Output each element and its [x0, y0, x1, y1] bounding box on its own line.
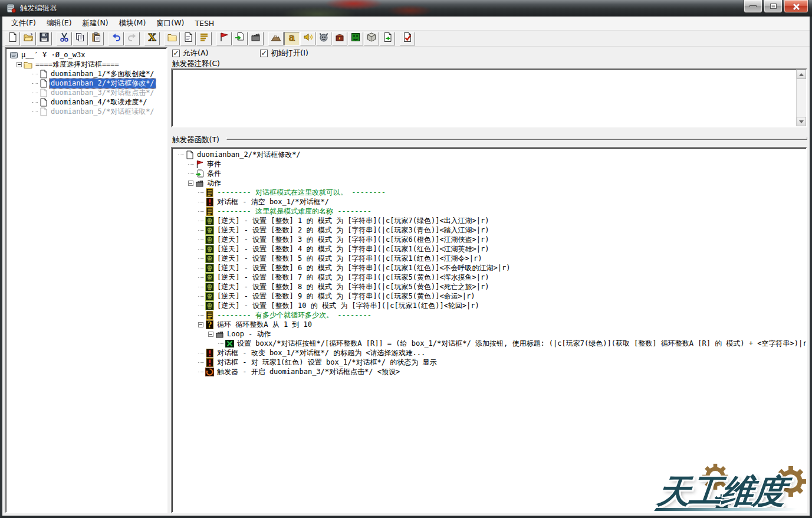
toolbar-new-action-button[interactable] — [248, 32, 264, 45]
menu-item-5[interactable]: 窗口(W) — [151, 17, 189, 30]
menu-item-4[interactable]: 模块(M) — [114, 17, 152, 30]
menu-item-6[interactable]: TESH — [189, 17, 219, 29]
sidebar-trigger-item[interactable]: duomianban_2/*对话框修改*/ — [8, 78, 166, 88]
function-tree-panel[interactable]: duomianban_2/*对话框修改*/事件条件动作-------- 对话框模… — [171, 147, 807, 513]
function-row[interactable]: [逆天] - 设置 [整数] 7 的 模式 为 [字符串](|c[玩家5(黄色)… — [176, 273, 806, 282]
toolbar-delete-x-button[interactable]: X — [144, 32, 160, 45]
collapse-expander-icon[interactable] — [208, 332, 213, 337]
maximize-button[interactable] — [764, 0, 783, 13]
toolbar-import-manager-button[interactable] — [380, 32, 395, 45]
function-row[interactable]: -------- 有多少个就循环多少次。 -------- — [176, 310, 806, 320]
comment-input[interactable] — [172, 70, 796, 126]
enabled-checkbox[interactable]: ✓ 允许(A) — [172, 48, 208, 58]
toolbar-campaign-editor-button[interactable] — [332, 32, 347, 45]
checkbox-check-icon: ✓ — [260, 50, 268, 57]
function-row[interactable]: [逆天] - 设置 [整数] 9 的 模式 为 [字符串](|c[玩家5(黄色)… — [176, 291, 806, 301]
function-row[interactable]: Loop - 动作 — [176, 329, 806, 339]
toolbar-terrain-editor-button[interactable] — [268, 32, 284, 45]
sidebar-trigger-item-label: duomianban_4/*取读难度*/ — [50, 97, 149, 107]
scroll-up-button[interactable] — [797, 70, 806, 79]
function-row[interactable]: [逆天] - 设置 [整数] 1 的 模式 为 [字符串](|c[玩家7(绿色)… — [176, 216, 806, 225]
function-row[interactable]: -------- 这里就是模式难度的名称 -------- — [176, 206, 806, 216]
function-row[interactable]: [逆天] - 设置 [整数] 2 的 模式 为 [字符串](|c[玩家3(青色)… — [176, 225, 806, 235]
set-variable-icon — [225, 339, 234, 348]
menu-item-1[interactable]: 文件(F) — [6, 17, 41, 30]
toolbar-save-button[interactable] — [37, 32, 52, 45]
toolbar-new-document-button[interactable] — [5, 32, 20, 45]
function-row[interactable]: 动作 — [176, 178, 806, 188]
initially-on-checkbox[interactable]: ✓ 初始打开(I) — [260, 48, 308, 58]
trigger-tree-panel[interactable]: μ__′ ¥ ·Ø_o_w3x====难度选择对话框====duomianban… — [5, 47, 167, 513]
toolbar-undo-button[interactable] — [109, 32, 124, 45]
tree-category[interactable]: ====难度选择对话框==== — [8, 60, 166, 69]
function-row[interactable]: [逆天] - 设置 [整数] 3 的 模式 为 [字符串](|c[玩家6(橙色)… — [176, 235, 806, 244]
function-row[interactable]: -------- 对话框模式在这里改就可以。 -------- — [176, 188, 806, 197]
toolbar-copy-button[interactable] — [73, 32, 88, 45]
toolbar-new-category-button[interactable] — [165, 32, 180, 45]
function-row-label: Loop - 动作 — [226, 329, 272, 339]
toolbar-object-editor-button[interactable] — [316, 32, 331, 45]
toolbar-test-map-button[interactable] — [400, 32, 415, 45]
tree-connector — [198, 258, 204, 259]
tree-category-label: ====难度选择对话框==== — [34, 60, 120, 70]
menu-item-2[interactable]: 编辑(E) — [41, 17, 77, 30]
collapse-expander-icon[interactable] — [17, 62, 22, 67]
splitter-handle[interactable] — [226, 137, 807, 140]
toolbar-object-manager-button[interactable] — [364, 32, 379, 45]
function-row[interactable]: 事件 — [176, 159, 806, 169]
toolbar-cut-button[interactable] — [57, 32, 72, 45]
window-controls — [742, 0, 808, 13]
script-editor-icon: a — [287, 32, 297, 45]
tree-connector — [198, 372, 204, 372]
trigger-doc-gray-icon — [39, 107, 48, 116]
function-row[interactable]: 对话框 - 改变 box_1/*对话框*/ 的标题为 <请选择游戏难... — [176, 348, 806, 358]
toolbar-sound-editor-button[interactable] — [300, 32, 315, 45]
function-row[interactable]: [逆天] - 设置 [整数] 6 的 模式 为 [字符串](|c[玩家1(红色)… — [176, 263, 806, 273]
tree-root[interactable]: μ__′ ¥ ·Ø_o_w3x — [8, 50, 166, 60]
toolbar-script-editor-button[interactable]: a — [284, 32, 300, 45]
scrollbar-track[interactable] — [797, 79, 806, 117]
undo-icon — [111, 32, 121, 45]
function-row[interactable]: [逆天] - 设置 [整数] 10 的 模式 为 [字符串](|c[玩家1(红色… — [176, 301, 806, 310]
function-row[interactable]: 对话框 - 清空 box_1/*对话框*/ — [176, 197, 806, 206]
collapse-expander-icon[interactable] — [188, 181, 193, 186]
function-row[interactable]: 触发器 - 开启 duomianban_3/*对话框点击*/ <预设> — [176, 367, 806, 376]
function-row-label: 事件 — [206, 159, 222, 169]
function-row[interactable]: ?循环 循环整数A 从 1 到 10 — [176, 320, 806, 329]
toolbar-new-condition-button[interactable] — [232, 32, 248, 45]
function-row[interactable]: duomianban_2/*对话框修改*/ — [176, 150, 806, 159]
function-row[interactable]: 设置 boxx/*对话框按钮*/[循环整数A [R]] = (给 box_1/*… — [176, 339, 806, 348]
sidebar-trigger-item[interactable]: duomianban_3/*对话框点击*/ — [8, 88, 166, 97]
menu-item-3[interactable]: 新建(N) — [77, 17, 114, 30]
unit-icon — [205, 301, 214, 310]
comment-scrollbar[interactable] — [796, 70, 806, 126]
sidebar-trigger-item[interactable]: duomianban_5/*对话框读取*/ — [8, 107, 166, 116]
sidebar-trigger-item[interactable]: duomianban_4/*取读难度*/ — [8, 97, 166, 107]
function-row[interactable]: [逆天] - 设置 [整数] 8 的 模式 为 [字符串](|c[玩家5(黄色)… — [176, 282, 806, 291]
condition-icon — [195, 169, 204, 178]
toolbar-ai-editor-button[interactable] — [348, 32, 363, 45]
event-icon — [195, 160, 204, 169]
toolbar-new-event-button[interactable] — [216, 32, 232, 45]
collapse-expander-icon[interactable] — [198, 322, 203, 327]
sidebar-trigger-item[interactable]: duomianban_1/*多面板创建*/ — [8, 69, 166, 78]
function-row[interactable]: [逆天] - 设置 [整数] 4 的 模式 为 [字符串](|c[玩家1(红色)… — [176, 244, 806, 254]
trigger-toggle-icon — [205, 368, 214, 376]
unit-icon — [205, 226, 214, 235]
toolbar-separator — [104, 32, 109, 45]
toolbar-open-button[interactable] — [21, 32, 36, 45]
scroll-down-button[interactable] — [797, 117, 806, 126]
toolbar-paste-button[interactable] — [88, 32, 104, 45]
toolbar-new-comment-button[interactable] — [196, 32, 212, 45]
toolbar-new-trigger-button[interactable] — [180, 32, 196, 45]
sidebar-trigger-item-label: duomianban_1/*多面板创建*/ — [50, 69, 156, 79]
tree-connector — [198, 306, 204, 306]
minimize-button[interactable] — [744, 0, 762, 13]
function-row[interactable]: 对话框 - 对 玩家1(红色) 设置 box_1/*对话框*/ 的状态为 显示 — [176, 358, 806, 367]
toolbar-redo-button[interactable] — [124, 32, 140, 45]
function-row[interactable]: 条件 — [176, 169, 806, 178]
function-row-label: [逆天] - 设置 [整数] 10 的 模式 为 [字符串](|c[玩家1(红色… — [216, 301, 481, 311]
close-button[interactable] — [784, 0, 808, 13]
function-row[interactable]: [逆天] - 设置 [整数] 5 的 模式 为 [字符串](|c[玩家1(红色)… — [176, 254, 806, 263]
sidebar-trigger-item-label: duomianban_2/*对话框修改*/ — [50, 78, 156, 88]
